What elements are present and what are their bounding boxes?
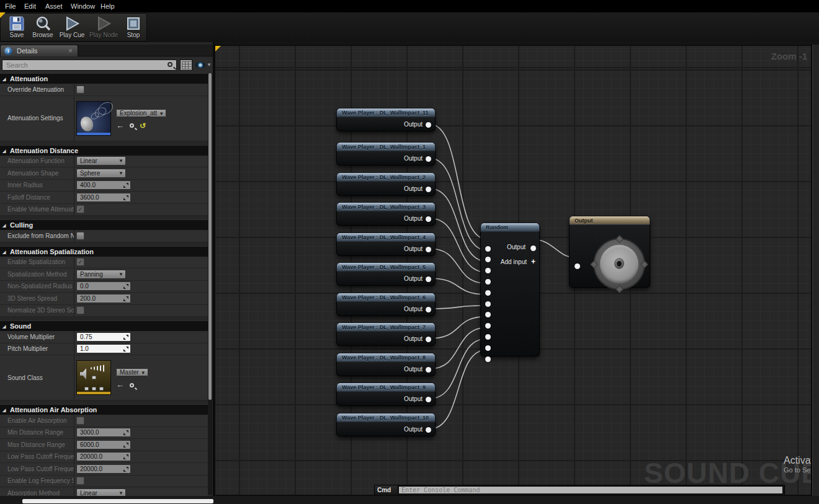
value-multiplier-icon[interactable]	[123, 183, 128, 188]
details-scrollbar-thumb[interactable]	[208, 73, 212, 400]
checkbox[interactable]	[76, 232, 84, 240]
numeric-field[interactable]: 200.0	[76, 294, 131, 303]
menu-edit[interactable]: Edit	[24, 0, 36, 12]
random-input-pin[interactable]	[485, 257, 491, 262]
random-input-pin[interactable]	[485, 290, 491, 296]
wave-output-pin[interactable]	[426, 187, 431, 192]
random-input-pin[interactable]	[485, 246, 491, 252]
sound-cue-graph[interactable]: Zoom -1 SOUND CUE Activate Go to Sett Wa…	[214, 45, 811, 496]
node-wave-player[interactable]: Wave Player : DL_WallImpact_7Output	[336, 322, 436, 346]
checkbox[interactable]	[76, 306, 84, 314]
node-wave-player[interactable]: Wave Player : DL_WallImpact_4Output	[336, 232, 436, 256]
node-wave-player[interactable]: Wave Player : DL_WallImpact_11Output	[336, 108, 436, 131]
random-input-pin[interactable]	[485, 345, 491, 351]
wave-output-pin[interactable]	[426, 122, 431, 128]
node-wave-player[interactable]: Wave Player : DL_WallImpact_8Output	[336, 353, 436, 376]
cmd-dropdown[interactable]: Cmd ▼	[375, 485, 397, 495]
wave-output-pin[interactable]	[426, 216, 431, 222]
node-wave-player[interactable]: Wave Player : DL_WallImpact_2Output	[336, 172, 436, 196]
dropdown[interactable]: Sphere▼	[76, 169, 126, 178]
numeric-field[interactable]: 0.75	[76, 332, 131, 342]
play-cue-button[interactable]: Play Cue	[58, 15, 86, 41]
node-random[interactable]: Random Output Add input +	[480, 223, 540, 356]
save-button[interactable]: Save	[4, 15, 29, 41]
use-selected-icon[interactable]: ←	[116, 381, 124, 389]
category-attenuation[interactable]: ◢Attenuation	[0, 73, 208, 84]
category-attenuation-air-absorption[interactable]: ◢Attenuation Air Absorption	[0, 404, 208, 415]
random-input-pin[interactable]	[485, 301, 491, 307]
browse-asset-icon[interactable]	[130, 123, 134, 128]
random-input-pin[interactable]	[485, 268, 491, 273]
numeric-field[interactable]: 20000.0	[76, 464, 131, 474]
category-attenuation-distance[interactable]: ◢Attenuation Distance	[0, 145, 208, 156]
numeric-field[interactable]: 20000.0	[76, 452, 131, 461]
wave-output-pin[interactable]	[426, 276, 431, 282]
value-multiplier-icon[interactable]	[123, 467, 128, 472]
grid-view-icon[interactable]	[180, 60, 192, 71]
node-wave-player[interactable]: Wave Player : DL_WallImpact_3Output	[336, 202, 436, 226]
wave-output-pin[interactable]	[426, 247, 431, 252]
asset-dropdown[interactable]: Explosion_att▼	[116, 109, 166, 117]
search-input[interactable]	[2, 60, 177, 71]
bottom-scrollbar-thumb[interactable]	[22, 499, 213, 503]
console-command-input[interactable]	[398, 486, 783, 494]
menu-file[interactable]: File	[5, 0, 16, 12]
output-input-pin[interactable]	[575, 263, 580, 269]
close-icon[interactable]: ×	[68, 45, 73, 56]
value-multiplier-icon[interactable]	[123, 296, 128, 301]
node-wave-player[interactable]: Wave Player : DL_WallImpact_1Output	[336, 142, 436, 166]
random-output-pin[interactable]	[530, 245, 536, 251]
bottom-scrollbar-track[interactable]	[0, 496, 819, 504]
menu-asset[interactable]: Asset	[45, 0, 63, 12]
checkbox[interactable]	[76, 417, 84, 425]
browse-asset-icon[interactable]	[130, 383, 134, 387]
numeric-field[interactable]: 0.0	[76, 281, 131, 291]
use-selected-icon[interactable]: ←	[116, 122, 124, 130]
wave-output-pin[interactable]	[426, 427, 431, 433]
dropdown[interactable]: Panning▼	[76, 270, 126, 279]
asset-dropdown[interactable]: Master▼	[116, 368, 148, 376]
random-input-pin[interactable]	[485, 279, 491, 285]
node-wave-player[interactable]: Wave Player : DL_WallImpact_10Output	[336, 413, 436, 436]
node-wave-player[interactable]: Wave Player : DL_WallImpact_6Output	[336, 293, 436, 316]
node-output[interactable]: Output	[569, 216, 650, 288]
wave-output-pin[interactable]	[426, 156, 431, 162]
node-wave-player[interactable]: Wave Player : DL_WallImpact_9Output	[336, 382, 436, 406]
numeric-field[interactable]: 6000.0	[76, 440, 131, 449]
checkbox[interactable]	[76, 477, 84, 485]
add-input-plus-icon[interactable]: +	[531, 257, 535, 266]
random-input-pin[interactable]	[485, 356, 491, 362]
value-multiplier-icon[interactable]	[123, 335, 128, 340]
value-multiplier-icon[interactable]	[123, 430, 128, 435]
numeric-field[interactable]: 3600.0	[76, 193, 131, 202]
checkbox[interactable]	[76, 86, 84, 94]
details-scrollbar-track[interactable]	[208, 73, 212, 495]
visibility-filter-button[interactable]: ▼	[195, 61, 212, 70]
attenuation-thumb[interactable]	[76, 101, 111, 136]
random-input-pin[interactable]	[485, 312, 491, 317]
dropdown[interactable]: Linear▼	[76, 489, 126, 496]
numeric-field[interactable]: 3000.0	[76, 428, 131, 437]
wave-output-pin[interactable]	[426, 337, 431, 342]
menu-help[interactable]: Help	[101, 0, 115, 12]
soundclass-thumb[interactable]	[76, 360, 111, 395]
wave-output-pin[interactable]	[426, 307, 431, 312]
menu-window[interactable]: Window	[71, 0, 95, 12]
category-culling[interactable]: ◢Culling	[0, 219, 208, 230]
tab-details[interactable]: i Details ×	[0, 45, 78, 56]
stop-button[interactable]: Stop	[121, 15, 146, 41]
value-multiplier-icon[interactable]	[123, 443, 128, 448]
wave-output-pin[interactable]	[426, 397, 431, 402]
value-multiplier-icon[interactable]	[123, 284, 128, 289]
wave-output-pin[interactable]	[426, 367, 431, 373]
dropdown[interactable]: Linear▼	[76, 156, 126, 166]
node-wave-player[interactable]: Wave Player : DL_WallImpact_5Output	[336, 262, 436, 286]
numeric-field[interactable]: 400.0	[76, 180, 131, 190]
value-multiplier-icon[interactable]	[123, 347, 128, 351]
random-input-pin[interactable]	[485, 334, 491, 340]
numeric-field[interactable]: 1.0	[76, 344, 131, 353]
reset-icon[interactable]: ↺	[140, 122, 146, 130]
category-sound[interactable]: ◢Sound	[0, 321, 208, 331]
category-attenuation-spatialization[interactable]: ◢Attenuation Spatialization	[0, 246, 208, 257]
browse-button[interactable]: Browse	[30, 15, 55, 41]
